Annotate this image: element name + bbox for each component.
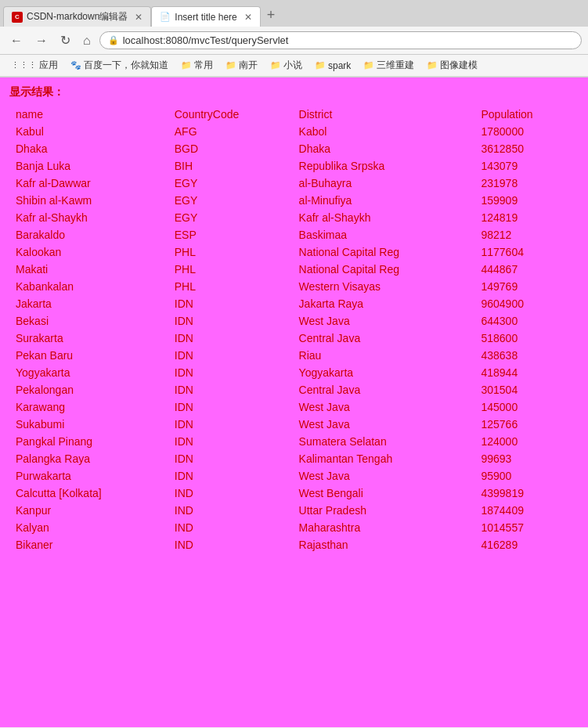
- table-cell: 1874409: [474, 502, 579, 519]
- table-cell: IDN: [168, 416, 293, 433]
- table-cell: 644300: [474, 312, 579, 330]
- bookmarks-bar: ⋮⋮⋮ 应用 🐾 百度一下，你就知道 📁 常用 📁 南开 📁 小说 📁 spar…: [0, 55, 588, 77]
- table-header: name: [9, 106, 168, 123]
- table-cell: Shibin al-Kawm: [9, 192, 168, 209]
- table-cell: 1780000: [474, 123, 579, 140]
- folder-nankai-icon: 📁: [225, 60, 236, 70]
- table-cell: Kalimantan Tengah: [293, 450, 475, 467]
- table-cell: Pekalongan: [9, 381, 168, 398]
- table-cell: Central Java: [293, 330, 475, 347]
- bookmark-baidu-label: 百度一下，你就知道: [84, 59, 168, 72]
- table-cell: 1014557: [474, 519, 579, 536]
- table-cell: Kafr al-Shaykh: [293, 209, 475, 226]
- tab-insert-close[interactable]: ✕: [244, 12, 252, 23]
- table-cell: 416289: [474, 536, 579, 553]
- tab-csdn[interactable]: C CSDN-markdown编辑器 ✕: [3, 6, 151, 27]
- refresh-button[interactable]: ↻: [56, 31, 74, 49]
- table-cell: Kalyan: [9, 519, 168, 536]
- table-cell: EGY: [168, 192, 293, 209]
- folder-3d-icon: 📁: [363, 60, 374, 70]
- tab-insert[interactable]: 📄 Insert title here ✕: [151, 6, 260, 27]
- csdn-icon: C: [12, 12, 23, 23]
- page-content: 显示结果： nameCountryCodeDistrictPopulationK…: [0, 77, 588, 727]
- table-cell: 9604900: [474, 295, 579, 312]
- table-cell: 143079: [474, 157, 579, 175]
- url-text: localhost:8080/mvcTest/queryServlet: [123, 34, 289, 46]
- tab-insert-label: Insert title here: [175, 12, 236, 23]
- table-cell: Calcutta [Kolkata]: [9, 485, 168, 502]
- table-cell: 3612850: [474, 140, 579, 157]
- table-cell: 149769: [474, 278, 579, 295]
- table-row: KarawangIDNWest Java145000: [9, 398, 579, 416]
- table-cell: Kafr al-Dawwar: [9, 175, 168, 192]
- table-cell: IND: [168, 485, 293, 502]
- bookmark-baidu[interactable]: 🐾 百度一下，你就知道: [66, 57, 173, 74]
- folder-changyong-icon: 📁: [181, 60, 192, 70]
- table-cell: Purwakarta: [9, 467, 168, 485]
- bookmark-spark[interactable]: 📁 spark: [310, 59, 355, 73]
- table-cell: 98212: [474, 226, 579, 243]
- bookmark-image-label: 图像建模: [440, 59, 478, 72]
- table-cell: 418944: [474, 364, 579, 381]
- bookmark-image[interactable]: 📁 图像建模: [422, 57, 482, 74]
- table-cell: 124819: [474, 209, 579, 226]
- table-header: Population: [474, 106, 579, 123]
- table-cell: Bekasi: [9, 312, 168, 330]
- table-row: Banja LukaBIHRepublika Srpska143079: [9, 157, 579, 175]
- tab-csdn-close[interactable]: ✕: [135, 12, 142, 23]
- bookmark-changyong-label: 常用: [194, 59, 213, 72]
- table-cell: 159909: [474, 192, 579, 209]
- table-row: Calcutta [Kolkata]INDWest Bengali4399819: [9, 485, 579, 502]
- table-cell: 1177604: [474, 243, 579, 261]
- new-tab-button[interactable]: +: [261, 7, 282, 23]
- table-cell: Pangkal Pinang: [9, 433, 168, 450]
- table-cell: Sukabumi: [9, 416, 168, 433]
- table-cell: Riau: [293, 347, 475, 364]
- bookmark-xiaoshuo[interactable]: 📁 小说: [265, 57, 307, 74]
- table-cell: Baskimaa: [293, 226, 475, 243]
- table-row: SurakartaIDNCentral Java518600: [9, 330, 579, 347]
- bookmark-changyong[interactable]: 📁 常用: [176, 57, 218, 74]
- table-cell: 231978: [474, 175, 579, 192]
- home-button[interactable]: ⌂: [79, 32, 95, 49]
- back-button[interactable]: ←: [6, 32, 27, 49]
- table-cell: AFG: [168, 123, 293, 140]
- table-cell: West Bengali: [293, 485, 475, 502]
- table-cell: ESP: [168, 226, 293, 243]
- table-cell: Pekan Baru: [9, 347, 168, 364]
- folder-xiaoshuo-icon: 📁: [270, 60, 281, 70]
- bookmark-nankai[interactable]: 📁 南开: [221, 57, 262, 74]
- table-cell: National Capital Reg: [293, 261, 475, 278]
- table-cell: EGY: [168, 209, 293, 226]
- table-row: BekasiIDNWest Java644300: [9, 312, 579, 330]
- bookmark-apps[interactable]: ⋮⋮⋮ 应用: [6, 57, 63, 74]
- table-cell: IDN: [168, 450, 293, 467]
- table-cell: 95900: [474, 467, 579, 485]
- table-cell: al-Buhayra: [293, 175, 475, 192]
- table-cell: Jakarta: [9, 295, 168, 312]
- table-row: Pekan BaruIDNRiau438638: [9, 347, 579, 364]
- lock-icon: 🔒: [108, 35, 119, 45]
- bookmark-spark-label: spark: [328, 60, 351, 71]
- table-cell: Kabul: [9, 123, 168, 140]
- nav-bar: ← → ↻ ⌂ 🔒 localhost:8080/mvcTest/querySe…: [0, 27, 588, 55]
- table-cell: Karawang: [9, 398, 168, 416]
- table-cell: 99693: [474, 450, 579, 467]
- table-cell: IDN: [168, 312, 293, 330]
- bookmark-3d-label: 三维重建: [377, 59, 414, 72]
- table-cell: Kabankalan: [9, 278, 168, 295]
- table-cell: IDN: [168, 398, 293, 416]
- table-cell: Dhaka: [9, 140, 168, 157]
- table-cell: Makati: [9, 261, 168, 278]
- table-cell: 301504: [474, 381, 579, 398]
- table-row: Kafr al-ShaykhEGYKafr al-Shaykh124819: [9, 209, 579, 226]
- address-bar[interactable]: 🔒 localhost:8080/mvcTest/queryServlet: [99, 31, 582, 49]
- table-cell: Barakaldo: [9, 226, 168, 243]
- apps-icon: ⋮⋮⋮: [11, 60, 37, 70]
- table-row: YogyakartaIDNYogyakarta418944: [9, 364, 579, 381]
- table-cell: IDN: [168, 295, 293, 312]
- table-cell: BGD: [168, 140, 293, 157]
- bookmark-3d[interactable]: 📁 三维重建: [359, 57, 419, 74]
- forward-button[interactable]: →: [31, 32, 52, 49]
- browser-chrome: C CSDN-markdown编辑器 ✕ 📄 Insert title here…: [0, 0, 588, 77]
